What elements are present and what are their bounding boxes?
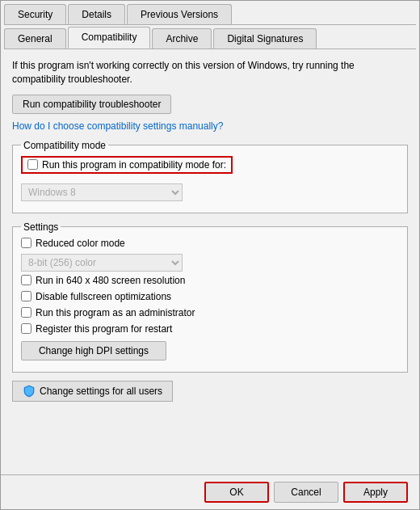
run-as-admin-row: Run this program as an administrator <box>21 307 399 318</box>
settings-fieldset: Settings Reduced color mode 8-bit (256) … <box>12 221 408 373</box>
tab-security[interactable]: Security <box>4 4 66 24</box>
change-dpi-button[interactable]: Change high DPI settings <box>21 341 166 360</box>
run-as-admin-label: Run this program as an administrator <box>36 307 195 318</box>
bottom-right-buttons: OK Cancel Apply <box>204 482 408 503</box>
compat-checkbox-highlighted: Run this program in compatibility mode f… <box>21 156 233 174</box>
tabs-container: Security Details Previous Versions Gener… <box>1 1 419 49</box>
640x480-row: Run in 640 x 480 screen resolution <box>21 275 399 286</box>
tab-digital-signatures[interactable]: Digital Signatures <box>213 28 317 48</box>
compat-mode-fieldset: Compatibility mode Run this program in c… <box>12 140 408 213</box>
ok-button[interactable]: OK <box>204 482 269 503</box>
compat-mode-label: Run this program in compatibility mode f… <box>42 159 226 171</box>
color-depth-select[interactable]: 8-bit (256) color 16-bit color <box>21 254 183 272</box>
troubleshooter-btn-area: Run compatibility troubleshooter <box>12 95 408 114</box>
tab-general[interactable]: General <box>4 28 66 48</box>
bottom-buttons-bar: OK Cancel Apply <box>1 474 419 509</box>
reduced-color-checkbox[interactable] <box>21 238 32 248</box>
run-as-admin-checkbox[interactable] <box>21 307 32 318</box>
cancel-button[interactable]: Cancel <box>274 482 338 503</box>
change-all-users-label: Change settings for all users <box>40 386 162 397</box>
disable-fullscreen-label: Disable fullscreen optimizations <box>36 291 171 302</box>
how-to-link[interactable]: How do I choose compatibility settings m… <box>12 120 223 132</box>
run-troubleshooter-button[interactable]: Run compatibility troubleshooter <box>12 95 171 114</box>
shield-icon <box>23 385 36 398</box>
register-restart-label: Register this program for restart <box>36 323 172 335</box>
compat-mode-checkbox[interactable] <box>27 159 38 170</box>
reduced-color-label: Reduced color mode <box>36 238 125 249</box>
content-area: If this program isn't working correctly … <box>1 49 419 474</box>
reduced-color-row: Reduced color mode <box>21 238 399 249</box>
tab-details[interactable]: Details <box>68 4 125 24</box>
tab-archive[interactable]: Archive <box>152 28 212 48</box>
640x480-checkbox[interactable] <box>21 275 32 285</box>
register-restart-checkbox[interactable] <box>21 323 32 334</box>
settings-legend: Settings <box>21 221 61 233</box>
640x480-label: Run in 640 x 480 screen resolution <box>36 275 185 286</box>
color-select-row: 8-bit (256) color 16-bit color <box>21 254 399 272</box>
tab-row-2: General Compatibility Archive Digital Si… <box>4 25 416 49</box>
compat-os-select[interactable]: Windows 8 Windows 7 Windows Vista (SP2) … <box>21 183 183 201</box>
tab-compatibility[interactable]: Compatibility <box>68 27 151 48</box>
tab-previous-versions[interactable]: Previous Versions <box>127 4 232 24</box>
compat-os-select-row: Windows 8 Windows 7 Windows Vista (SP2) … <box>21 183 399 201</box>
dialog: Security Details Previous Versions Gener… <box>0 0 420 510</box>
disable-fullscreen-row: Disable fullscreen optimizations <box>21 291 399 302</box>
apply-button[interactable]: Apply <box>343 482 408 503</box>
description-text: If this program isn't working correctly … <box>12 59 408 86</box>
disable-fullscreen-checkbox[interactable] <box>21 291 32 301</box>
compat-mode-legend: Compatibility mode <box>21 140 108 151</box>
register-restart-row: Register this program for restart <box>21 323 399 335</box>
change-all-users-btn[interactable]: Change settings for all users <box>12 381 173 402</box>
tab-row-1: Security Details Previous Versions <box>4 1 416 25</box>
